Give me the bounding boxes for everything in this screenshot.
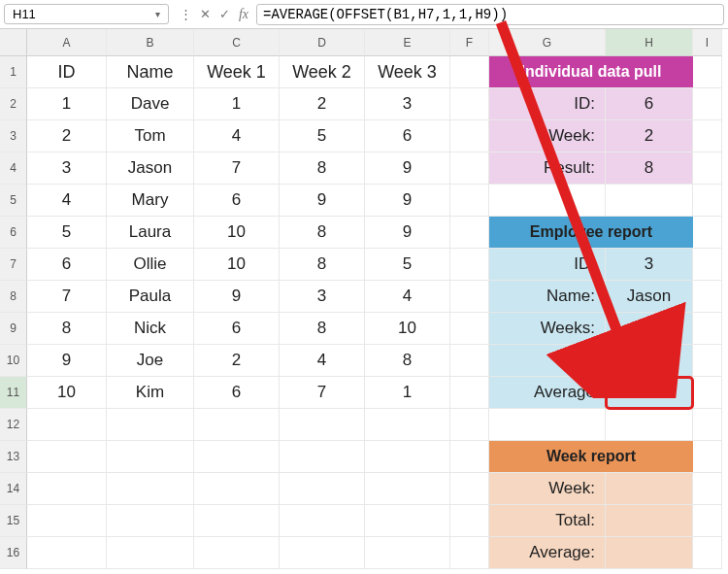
cell-w3-6[interactable]: 5 <box>365 249 450 281</box>
cell-id-4[interactable]: 4 <box>27 185 107 217</box>
formula-input[interactable]: =AVERAGE(OFFSET(B1,H7,1,1,H9)) <box>256 4 724 25</box>
row-header-15[interactable]: 15 <box>0 505 27 537</box>
row-header-6[interactable]: 6 <box>0 217 27 249</box>
empty-B14[interactable] <box>107 505 194 537</box>
row-header-7[interactable]: 7 <box>0 249 27 281</box>
empty-F5[interactable] <box>450 217 489 249</box>
emp-weeks-label[interactable]: Weeks: <box>489 313 606 345</box>
cell-w1-6[interactable]: 10 <box>194 249 280 281</box>
cell-w2-7[interactable]: 3 <box>280 281 365 313</box>
empty-D11[interactable] <box>280 409 365 441</box>
empty-F13[interactable] <box>450 473 489 505</box>
chevron-down-icon[interactable]: ▾ <box>155 9 160 19</box>
cell-w2-9[interactable]: 4 <box>280 345 365 377</box>
cell-id-1[interactable]: 1 <box>27 88 107 120</box>
empty-I9[interactable] <box>693 345 722 377</box>
column-header-F[interactable]: F <box>450 29 489 56</box>
cell-w1-7[interactable]: 9 <box>194 281 280 313</box>
employee-report-header[interactable]: Employee report <box>489 217 693 249</box>
check-icon[interactable]: ✓ <box>215 7 233 21</box>
cell-name-4[interactable]: Mary <box>107 185 194 217</box>
cell-id-2[interactable]: 2 <box>27 120 107 152</box>
empty-I14[interactable] <box>693 505 722 537</box>
empty-I4[interactable] <box>693 185 722 217</box>
empty-E14[interactable] <box>365 505 450 537</box>
header-name[interactable]: Name <box>107 56 194 88</box>
emp-total-value[interactable]: 24 <box>606 345 693 377</box>
row-header-10[interactable]: 10 <box>0 345 27 377</box>
empty-I2[interactable] <box>693 120 722 152</box>
header-id[interactable]: ID <box>27 56 107 88</box>
week-total-value[interactable] <box>606 505 693 537</box>
emp-id-label[interactable]: ID: <box>489 249 606 281</box>
column-header-I[interactable]: I <box>693 29 722 56</box>
cell-w3-8[interactable]: 10 <box>365 313 450 345</box>
empty-I0[interactable] <box>693 56 722 88</box>
empty-C11[interactable] <box>194 409 280 441</box>
cell-w1-9[interactable]: 2 <box>194 345 280 377</box>
cell-id-5[interactable]: 5 <box>27 217 107 249</box>
select-all-corner[interactable] <box>0 29 27 56</box>
cell-name-8[interactable]: Nick <box>107 313 194 345</box>
cell-w2-5[interactable]: 8 <box>280 217 365 249</box>
cell-w3-2[interactable]: 6 <box>365 120 450 152</box>
week-week-label[interactable]: Week: <box>489 473 606 505</box>
cell-id-8[interactable]: 8 <box>27 313 107 345</box>
empty-C13[interactable] <box>194 473 280 505</box>
header-week1[interactable]: Week 1 <box>194 56 280 88</box>
empty-I3[interactable] <box>693 152 722 185</box>
cell-name-7[interactable]: Paula <box>107 281 194 313</box>
row-header-8[interactable]: 8 <box>0 281 27 313</box>
row-header-5[interactable]: 5 <box>0 185 27 217</box>
cell-w1-10[interactable]: 6 <box>194 377 280 409</box>
cell-w3-7[interactable]: 4 <box>365 281 450 313</box>
cell-w1-3[interactable]: 7 <box>194 152 280 185</box>
fx-icon[interactable]: fx <box>235 7 252 22</box>
empty-D14[interactable] <box>280 505 365 537</box>
row-header-12[interactable]: 12 <box>0 409 27 441</box>
emp-name-value[interactable]: Jason <box>606 281 693 313</box>
row-header-3[interactable]: 3 <box>0 120 27 152</box>
empty-D13[interactable] <box>280 473 365 505</box>
pull-id-value[interactable]: 6 <box>606 88 693 120</box>
empty-C12[interactable] <box>194 441 280 473</box>
pull-id-label[interactable]: ID: <box>489 88 606 120</box>
cell-id-10[interactable]: 10 <box>27 377 107 409</box>
empty-I10[interactable] <box>693 377 722 409</box>
cancel-icon[interactable]: ✕ <box>196 7 214 21</box>
empty-G11[interactable] <box>489 409 606 441</box>
row-header-13[interactable]: 13 <box>0 441 27 473</box>
individual-pull-header[interactable]: Individual data pull <box>489 56 693 88</box>
week-week-value[interactable] <box>606 473 693 505</box>
cell-w3-1[interactable]: 3 <box>365 88 450 120</box>
empty-A13[interactable] <box>27 473 107 505</box>
cell-w2-1[interactable]: 2 <box>280 88 365 120</box>
empty-H4[interactable] <box>606 185 693 217</box>
empty-F15[interactable] <box>450 537 489 569</box>
cell-w3-4[interactable]: 9 <box>365 185 450 217</box>
empty-B12[interactable] <box>107 441 194 473</box>
cell-id-7[interactable]: 7 <box>27 281 107 313</box>
cell-id-6[interactable]: 6 <box>27 249 107 281</box>
cell-w1-5[interactable]: 10 <box>194 217 280 249</box>
empty-F1[interactable] <box>450 88 489 120</box>
empty-F0[interactable] <box>450 56 489 88</box>
empty-E13[interactable] <box>365 473 450 505</box>
empty-E15[interactable] <box>365 537 450 569</box>
cell-name-6[interactable]: Ollie <box>107 249 194 281</box>
header-week2[interactable]: Week 2 <box>280 56 365 88</box>
cell-name-3[interactable]: Jason <box>107 152 194 185</box>
row-header-11[interactable]: 11 <box>0 377 27 409</box>
cell-w1-8[interactable]: 6 <box>194 313 280 345</box>
week-avg-value[interactable] <box>606 537 693 569</box>
empty-F11[interactable] <box>450 409 489 441</box>
empty-C15[interactable] <box>194 537 280 569</box>
cell-id-3[interactable]: 3 <box>27 152 107 185</box>
emp-avg-value[interactable]: 8 <box>606 377 693 409</box>
empty-B11[interactable] <box>107 409 194 441</box>
empty-F8[interactable] <box>450 313 489 345</box>
emp-weeks-value[interactable]: 3 <box>606 313 693 345</box>
empty-A12[interactable] <box>27 441 107 473</box>
week-report-header[interactable]: Week report <box>489 441 693 473</box>
cell-id-9[interactable]: 9 <box>27 345 107 377</box>
